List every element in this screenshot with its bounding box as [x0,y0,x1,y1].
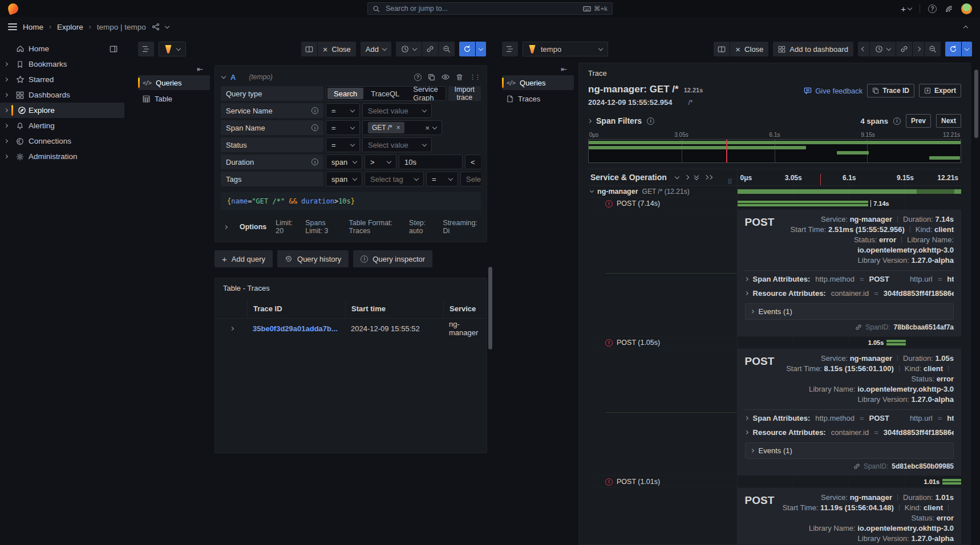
tab-traceql[interactable]: TraceQL [365,88,406,99]
span-bar[interactable] [886,340,906,345]
resource-attributes-row[interactable]: Resource Attributes: container.id=304fd8… [745,425,954,440]
duplicate-query-icon[interactable] [428,74,435,81]
expand-one-icon[interactable] [685,175,689,180]
panel-title[interactable]: Trace [588,69,961,80]
info-icon[interactable]: i [647,117,654,125]
news-icon[interactable] [945,5,953,13]
chevron-right-icon[interactable] [3,139,7,143]
clear-icon[interactable]: × [425,124,430,132]
span-name-operator[interactable]: = [326,120,360,135]
collapse-all-icon[interactable] [695,176,698,180]
column-trace-id[interactable]: Trace ID [247,299,345,318]
column-resizer-handle[interactable]: || [728,178,732,184]
search-input[interactable] [384,4,578,13]
right-pane-scrollbar[interactable] [974,70,978,138]
rail-item-queries[interactable]: </> Queries [138,75,210,90]
span-row-root[interactable]: ng-managerGET /* (12.21s) [588,186,961,198]
info-icon[interactable]: i [893,117,901,125]
add-to-dashboard-button[interactable]: Add to dashboard [773,42,853,56]
add-query-button[interactable]: +Add query [214,250,273,267]
trace-minimap[interactable]: 0μs 3.05s 6.1s 9.15s 12.21s [588,132,961,163]
datasource-picker[interactable]: tempo [523,42,608,56]
info-icon[interactable]: i [311,158,318,165]
permalink-button[interactable] [422,42,438,56]
hide-query-icon[interactable] [442,74,449,80]
rail-item-queries[interactable]: </> Queries [502,75,574,90]
tags-tag-select[interactable]: Select tag [365,172,424,186]
span-bar[interactable] [942,479,961,485]
zoom-out-button[interactable] [439,42,455,56]
menu-toggle-icon[interactable] [8,23,17,30]
span-row[interactable]: !POST (1.05s) 1.05s [588,337,961,349]
chevron-right-icon[interactable] [3,108,7,112]
status-operator[interactable]: = [326,137,360,152]
column-start-time[interactable]: Start time [345,299,443,318]
column-service[interactable]: Service [443,299,485,318]
query-options-row[interactable]: Options Limit: 20 Spans Limit: 3 Table F… [221,216,481,236]
tags-value-select[interactable]: Select va [460,172,481,186]
query-history-button[interactable]: Query history [277,250,349,267]
duration-operator[interactable]: > [365,154,396,169]
search-bar[interactable]: ⌘+k [367,2,613,15]
span-filters-label[interactable]: Span Filters [596,116,642,125]
breadcrumb-home[interactable]: Home [23,23,43,31]
permalink-button[interactable] [896,42,912,56]
sidebar-item-bookmarks[interactable]: Bookmarks [0,56,124,72]
service-operation-header[interactable]: Service & Operation [590,173,667,182]
service-name-select[interactable]: Select value [362,103,432,118]
delete-query-icon[interactable] [456,74,463,81]
resource-attributes-row[interactable]: Resource Attributes: container.id=304fd8… [745,286,954,300]
expand-all-icon[interactable] [704,176,712,179]
duration-value-input[interactable] [399,154,463,169]
rail-item-table[interactable]: Table [138,91,210,106]
chevron-down-icon[interactable] [165,23,169,28]
user-avatar[interactable] [961,3,972,14]
span-row[interactable]: !POST (7.14s) 7.14s [588,198,961,210]
share-icon[interactable] [152,23,160,31]
close-pane-button[interactable]: ×Close [730,42,768,56]
collapse-children-icon[interactable] [590,189,594,193]
time-range-button[interactable] [870,42,896,56]
sidebar-item-alerting[interactable]: Alerting [0,118,124,133]
collapse-panel-icon[interactable] [964,23,972,31]
events-row[interactable]: Events (1) [745,303,954,320]
left-pane-scrollbar[interactable] [488,267,492,349]
trace-id-link[interactable]: 35be0f3d29a01adda7b... [247,324,345,333]
rail-item-traces[interactable]: Traces [502,91,574,106]
import-trace-button[interactable]: Import trace [448,86,481,101]
status-select[interactable]: Select value [362,137,432,152]
split-view-button[interactable] [301,42,317,56]
run-query-button[interactable] [945,42,961,56]
datasource-picker[interactable] [159,42,186,56]
chevron-right-icon[interactable] [3,154,7,158]
time-shift-forward-button[interactable] [913,42,924,56]
span-attributes-row[interactable]: Span Attributes: http.method=POST http.u… [745,272,954,286]
collapse-one-icon[interactable] [675,174,679,178]
run-query-interval-button[interactable] [962,42,972,56]
query-ref-id[interactable]: A [230,73,236,82]
query-help-icon[interactable]: ? [414,74,422,81]
span-name-chip[interactable]: GET /*× [368,122,404,133]
chevron-right-icon[interactable] [3,78,7,82]
trace-id-button[interactable]: Trace ID [867,84,914,97]
split-view-button[interactable] [714,42,730,56]
sidebar-item-home[interactable]: Home [0,41,124,56]
give-feedback-link[interactable]: Give feedback [804,84,862,97]
outline-toggle-button[interactable] [502,42,518,56]
span-name-select[interactable]: GET /*× × [362,120,442,135]
run-query-interval-button[interactable] [476,42,486,56]
chevron-right-icon[interactable] [3,124,7,128]
row-expander-icon[interactable] [229,326,233,330]
minimap-canvas[interactable] [588,139,961,163]
table-row[interactable]: 35be0f3d29a01adda7b... 2024-12-09 15:55:… [216,319,485,338]
time-range-button[interactable] [396,42,422,56]
link-icon[interactable] [855,324,862,331]
new-button[interactable]: + [901,5,912,13]
run-query-button[interactable] [459,42,475,56]
duration-max-operator[interactable]: < [465,154,481,169]
sidebar-item-dashboards[interactable]: Dashboards [0,87,124,103]
dock-sidebar-icon[interactable] [110,45,118,53]
outline-toggle-button[interactable] [138,42,154,56]
duration-scope-select[interactable]: span [326,154,362,169]
prev-span-button[interactable]: Prev [906,114,931,128]
